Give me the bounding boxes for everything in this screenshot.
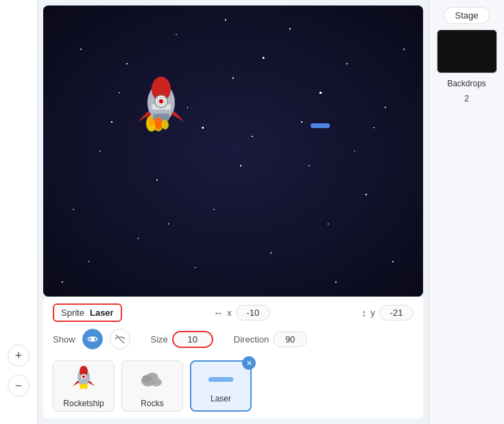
direction-label: Direction	[234, 334, 269, 345]
x-value[interactable]: -10	[236, 305, 270, 321]
eye-closed-icon	[115, 334, 125, 345]
y-coord-group: ↕ y -21	[361, 305, 413, 321]
sprite-tab[interactable]: Sprite	[61, 308, 84, 318]
sprite-info-row: Sprite Laser ↔ x -10 ↕ y -21	[53, 303, 413, 322]
svg-marker-19	[73, 381, 80, 386]
right-panel: Stage Backdrops 2	[429, 0, 504, 424]
laser-label: Laser	[211, 394, 231, 403]
svg-point-14	[91, 337, 95, 341]
rocks-label: Rocks	[141, 399, 163, 408]
svg-marker-20	[88, 381, 95, 386]
rocketship-icon	[70, 364, 97, 396]
svg-rect-28	[208, 378, 233, 381]
zoom-in-button[interactable]: +	[8, 345, 29, 366]
stage-panel-label: Stage	[444, 7, 490, 24]
rocketship-label: Rocketship	[63, 399, 104, 408]
stage-canvas[interactable]	[43, 5, 423, 297]
svg-point-13	[162, 120, 169, 129]
sprite-name-box: Sprite Laser	[53, 303, 122, 322]
laser-tab[interactable]: Laser	[90, 308, 114, 318]
x-coord-group: ↔ x -10	[213, 305, 270, 321]
y-value[interactable]: -21	[379, 305, 413, 321]
svg-point-26	[142, 375, 152, 383]
rocketship-sprite[interactable]	[132, 74, 194, 132]
svg-point-12	[154, 117, 163, 129]
laser-icon	[207, 369, 235, 391]
sprite-item-rocketship[interactable]: Rocketship	[53, 360, 115, 412]
size-label: Size	[151, 334, 168, 345]
y-label: y	[370, 308, 375, 318]
svg-marker-10	[171, 112, 184, 122]
rocks-icon	[139, 364, 166, 396]
y-axis-icon: ↕	[361, 308, 366, 319]
stage-thumbnail[interactable]	[437, 29, 497, 73]
eye-open-icon	[87, 334, 98, 345]
x-label: x	[227, 308, 232, 318]
svg-point-8	[159, 99, 163, 103]
direction-value[interactable]: 90	[273, 332, 307, 347]
sprite-item-laser[interactable]: ✕ Laser	[190, 360, 252, 412]
x-axis-icon: ↔	[213, 308, 223, 319]
properties-row: Show Size 10 Direction 90	[53, 329, 413, 349]
backdrops-count: 2	[464, 94, 469, 103]
sprite-item-rocks[interactable]: Rocks	[121, 360, 183, 412]
sprites-list: Rocketship Rocks ✕	[53, 358, 413, 412]
show-hidden-button[interactable]	[110, 329, 130, 349]
show-label: Show	[53, 334, 75, 345]
zoom-out-button[interactable]: −	[8, 375, 29, 397]
backdrops-label: Backdrops	[447, 79, 486, 88]
show-visible-button[interactable]	[82, 329, 103, 349]
svg-point-21	[80, 384, 84, 389]
bottom-panel: Sprite Laser ↔ x -10 ↕ y -21 Show	[43, 297, 423, 419]
direction-group: Direction 90	[234, 332, 307, 347]
rocketship-svg	[132, 74, 194, 132]
svg-point-18	[82, 375, 85, 378]
delete-laser-button[interactable]: ✕	[242, 356, 256, 370]
main-content: Sprite Laser ↔ x -10 ↕ y -21 Show	[38, 0, 429, 424]
size-value[interactable]: 10	[172, 331, 213, 348]
size-group: Size 10	[151, 331, 213, 348]
svg-point-22	[84, 384, 88, 389]
laser-sprite[interactable]	[311, 123, 330, 128]
stars-overlay	[43, 5, 423, 297]
left-sidebar: + −	[0, 0, 38, 424]
